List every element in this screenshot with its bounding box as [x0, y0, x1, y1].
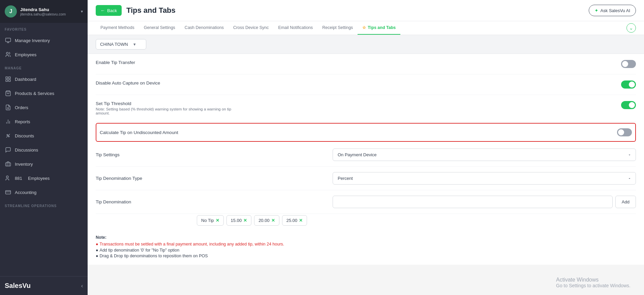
star-icon: ☆ — [362, 25, 366, 30]
disable-auto-capture-toggle[interactable] — [621, 80, 636, 89]
sidebar-user[interactable]: J Jitendra Sahu jitendra.sahu@salesvu.co… — [0, 0, 88, 23]
favorites-section-label: FAVORITES — [0, 23, 88, 33]
calculate-tip-undiscounted-toggle[interactable] — [617, 128, 632, 136]
close-icon[interactable]: ✕ — [299, 218, 303, 223]
sidebar-item-inventory[interactable]: Inventory — [0, 157, 88, 171]
tip-settings-label: Tip Settings — [96, 152, 120, 157]
setting-row-disable-auto-capture: Disable Auto Capture on Device — [96, 74, 636, 95]
dashboard-icon — [5, 76, 11, 83]
sidebar-item-orders[interactable]: Orders — [0, 100, 88, 114]
tip-denomination-input[interactable] — [333, 196, 613, 208]
top-header: ← Back Tips and Tabs ✦ Ask SalesVu AI — [88, 0, 644, 21]
tab-general-settings[interactable]: General Settings — [139, 21, 180, 35]
avatar: J — [5, 5, 17, 18]
svg-rect-6 — [6, 80, 7, 81]
sidebar-item-label: Dashboard — [15, 77, 36, 82]
enable-tip-transfer-toggle[interactable] — [621, 60, 636, 68]
sidebar-item-label-badge: 881 — [15, 176, 25, 181]
chevron-down-icon: ▾ — [81, 9, 83, 14]
tip-denomination-type-row: Tip Denomination Type Percent Fixed Amou… — [96, 167, 636, 190]
svg-rect-0 — [6, 38, 11, 42]
tab-receipt-settings[interactable]: Receipt Settings — [317, 21, 358, 35]
setting-label: Calculate Tip on Undiscounted Amount — [100, 130, 178, 135]
setting-row-enable-tip-transfer: Enable Tip Transfer — [96, 54, 636, 74]
orders-icon — [5, 104, 11, 111]
close-icon[interactable]: ✕ — [216, 218, 219, 223]
note-red: ● Transactions must be settled with a fi… — [96, 242, 636, 247]
tip-tag-label: 15.00 — [231, 218, 242, 223]
tabs-bar: Payment Methods General Settings Cash De… — [88, 21, 644, 35]
store-selector[interactable]: CHINA TOWN ▾ — [96, 39, 146, 50]
user-email: jitendra.sahu@salesvu.com — [20, 12, 78, 16]
tip-settings-row: Tip Settings On Payment Device On POS Of… — [96, 143, 636, 167]
tip-denomination-label: Tip Denomination — [96, 199, 131, 204]
tab-payment-methods[interactable]: Payment Methods — [96, 21, 139, 35]
sidebar-item-employees[interactable]: 881 Employees — [0, 171, 88, 185]
toggle-slider — [621, 101, 636, 109]
tip-tags-container: No Tip ✕ 15.00 ✕ 20.00 ✕ 25.00 ✕ — [197, 215, 636, 226]
tip-tag-no-tip: No Tip ✕ — [197, 215, 224, 226]
close-icon[interactable]: ✕ — [243, 218, 247, 223]
tip-denomination-type-select[interactable]: Percent Fixed Amount — [333, 172, 636, 185]
bullet-icon: ● — [96, 248, 98, 253]
discounts-icon — [5, 132, 11, 139]
sidebar-item-discussions[interactable]: Discussions — [0, 143, 88, 157]
manage-section-label: MANAGE — [0, 62, 88, 72]
sidebar-item-label: Employees — [28, 176, 50, 181]
svg-rect-5 — [9, 77, 10, 78]
setting-row-calculate-tip-highlighted: Calculate Tip on Undiscounted Amount — [96, 123, 636, 142]
sidebar-item-reports[interactable]: Reports — [0, 114, 88, 129]
sidebar-item-label: Inventory — [15, 162, 33, 167]
toggle-slider — [617, 128, 632, 136]
tip-settings-select[interactable]: On Payment Device On POS Off — [333, 149, 636, 161]
add-button[interactable]: Add — [615, 196, 636, 208]
settings-panel: Enable Tip Transfer Disable Auto Capture… — [88, 54, 644, 265]
sidebar-collapse-button[interactable]: ‹ — [81, 283, 83, 289]
note-bullet-text: Add tip denomination '0' for "No Tip" op… — [100, 248, 180, 253]
svg-point-3 — [6, 52, 8, 54]
back-arrow-icon: ← — [100, 8, 105, 13]
tip-denomination-type-label: Tip Denomination Type — [96, 176, 142, 181]
set-tip-threshold-toggle[interactable] — [621, 101, 636, 109]
toggle-slider — [621, 80, 636, 89]
page-title: Tips and Tabs — [126, 6, 176, 15]
bullet-icon: ● — [96, 254, 98, 258]
streamline-section-label: STREAMLINE OPERATIONS — [0, 199, 88, 210]
main-content: ← Back Tips and Tabs ✦ Ask SalesVu AI Pa… — [88, 0, 644, 295]
back-button[interactable]: ← Back — [96, 5, 122, 16]
back-label: Back — [107, 8, 117, 13]
tip-tag-label: 25.00 — [286, 218, 298, 223]
svg-rect-18 — [6, 191, 11, 194]
tip-denomination-row: Tip Denomination Add — [96, 190, 636, 214]
sidebar: J Jitendra Sahu jitendra.sahu@salesvu.co… — [0, 0, 88, 295]
inventory-icon — [5, 161, 11, 167]
inventory-icon — [5, 37, 11, 44]
sidebar-item-discounts[interactable]: Discounts — [0, 129, 88, 143]
ask-ai-button[interactable]: ✦ Ask SalesVu AI — [589, 5, 636, 16]
svg-rect-7 — [9, 80, 10, 81]
content-area: CHINA TOWN ▾ Enable Tip Transfer Disable… — [88, 35, 644, 295]
sidebar-item-label: Orders — [15, 105, 28, 110]
tab-tips-and-tabs[interactable]: ☆ Tips and Tabs — [358, 21, 400, 35]
sidebar-item-label: Reports — [15, 119, 30, 124]
sidebar-item-products[interactable]: Products & Services — [0, 86, 88, 100]
tip-tag-20: 20.00 ✕ — [254, 215, 279, 226]
svg-point-17 — [6, 176, 8, 178]
discussions-icon — [5, 146, 11, 153]
sidebar-item-employees-fav[interactable]: Employees — [0, 47, 88, 62]
notes-title: Note: — [96, 235, 636, 240]
close-icon[interactable]: ✕ — [271, 218, 275, 223]
setting-sublabel: Note: Setting based (% threshold) warnin… — [96, 107, 237, 115]
chevron-down-icon: ▾ — [133, 42, 136, 47]
ask-ai-label: Ask SalesVu AI — [601, 8, 630, 13]
sidebar-item-dashboard[interactable]: Dashboard — [0, 72, 88, 86]
tab-cash-denominations[interactable]: Cash Denominations — [180, 21, 228, 35]
tab-cross-device-sync[interactable]: Cross Device Sync — [228, 21, 274, 35]
sidebar-item-manage-inventory[interactable]: Manage Inventory — [0, 33, 88, 47]
app-logo: SalesVu — [5, 282, 31, 290]
sidebar-item-accounting[interactable]: Accounting — [0, 185, 88, 199]
tabs-collapse-button[interactable]: ⌄ — [626, 23, 636, 33]
tab-email-notifications[interactable]: Email Notifications — [274, 21, 318, 35]
sidebar-item-label: Discounts — [15, 133, 34, 138]
tip-tag-25: 25.00 ✕ — [282, 215, 307, 226]
